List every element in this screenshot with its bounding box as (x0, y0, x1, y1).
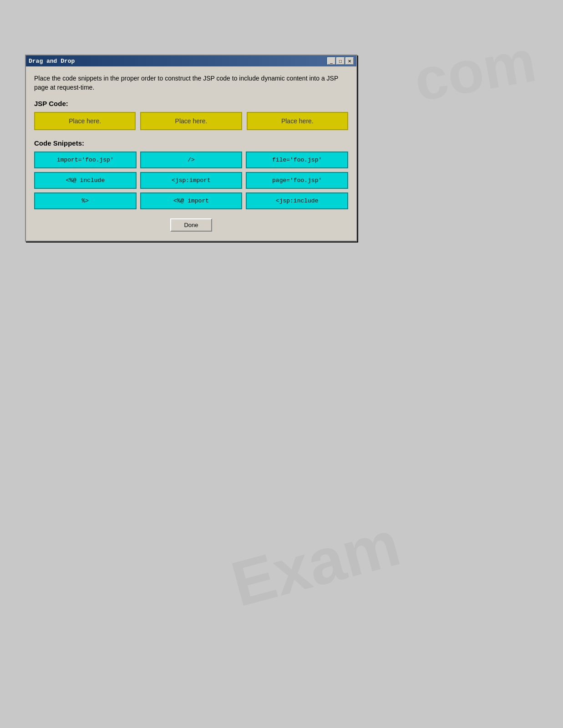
done-row: Done (34, 218, 348, 232)
title-bar-buttons: _ □ ✕ (327, 57, 354, 65)
watermark-bottom: Exam (224, 506, 407, 621)
instructions-text: Place the code snippets in the proper or… (34, 74, 348, 92)
snippets-grid: import='foo.jsp' /> file='foo.jsp' <%@ i… (34, 152, 348, 209)
snippet-3[interactable]: file='foo.jsp' (246, 152, 348, 168)
drop-zone-1[interactable]: Place here. (34, 112, 136, 130)
snippet-8[interactable]: <%@ import (140, 192, 243, 209)
snippet-9[interactable]: <jsp:include (246, 192, 348, 209)
snippet-6[interactable]: page='foo.jsp' (246, 172, 348, 189)
snippet-2[interactable]: /> (140, 152, 243, 168)
window-content: Place the code snippets in the proper or… (26, 66, 356, 241)
snippet-4[interactable]: <%@ include (34, 172, 137, 189)
drag-drop-window: Drag and Drop _ □ ✕ Place the code snipp… (25, 55, 357, 242)
snippet-7[interactable]: %> (34, 192, 137, 209)
drop-zone-3[interactable]: Place here. (247, 112, 348, 130)
done-button[interactable]: Done (170, 218, 212, 232)
snippets-label: Code Snippets: (34, 139, 348, 147)
jsp-code-label: JSP Code: (34, 100, 348, 107)
snippet-1[interactable]: import='foo.jsp' (34, 152, 137, 168)
snippet-5[interactable]: <jsp:import (140, 172, 243, 189)
close-button[interactable]: ✕ (345, 57, 354, 65)
drop-zone-2[interactable]: Place here. (140, 112, 242, 130)
maximize-button[interactable]: □ (336, 57, 345, 65)
title-bar: Drag and Drop _ □ ✕ (26, 56, 356, 66)
minimize-button[interactable]: _ (327, 57, 335, 65)
drop-zones-container: Place here. Place here. Place here. (34, 112, 348, 130)
watermark-top: com (409, 26, 541, 115)
window-title: Drag and Drop (29, 58, 75, 65)
